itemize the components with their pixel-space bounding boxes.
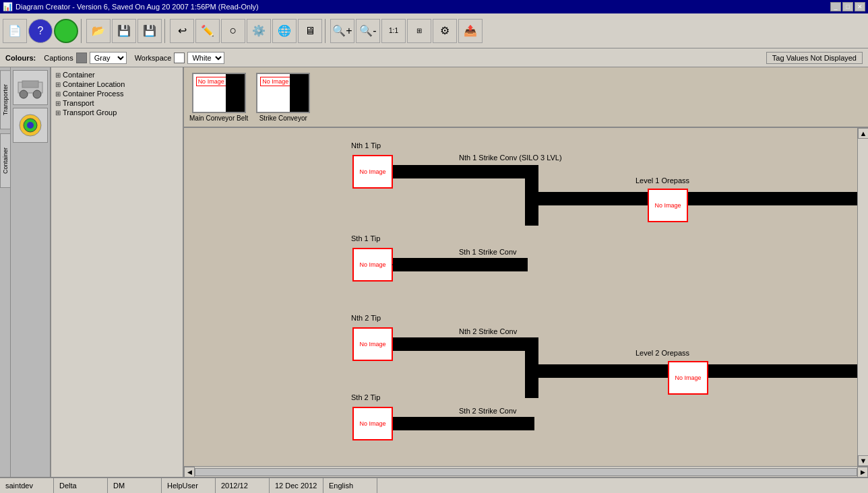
status-year: 2012/12 [216,478,270,493]
arrow-sth1 [392,258,408,271]
green-circle-button[interactable] [54,19,78,43]
hscroll-track [195,468,857,476]
bar-nth1-main [393,165,528,178]
legend-box-main-conveyor: No Image [192,73,246,113]
legend-item-main-conveyor[interactable]: No Image Main Conveyor Belt [189,73,248,122]
status-date: 12 Dec 2012 [270,478,323,493]
mini-item-transporter[interactable] [13,70,48,105]
main-area: Transporter Container [0,67,868,477]
transporter-tab[interactable]: Transporter [0,70,11,129]
scroll-right-button[interactable]: ▶ [857,467,868,478]
workspace-group: Workspace White Gray Black [135,52,225,64]
settings-button[interactable]: ⚙ [433,19,457,43]
tree-item-transport[interactable]: ⊞ Transport [54,98,180,108]
help-button[interactable]: ? [28,19,53,43]
legend-strip: No Image Main Conveyor Belt No Image Str… [184,67,868,128]
sep2 [164,19,167,43]
colours-label: Colours: [5,54,36,62]
bar-level1-horizontal [525,192,868,205]
status-language: English [323,478,377,493]
scroll-left-button[interactable]: ◀ [184,467,195,478]
zoom-fit-button[interactable]: ⊞ [407,19,431,43]
legend-box-strike-conveyor: No Image [256,73,310,113]
no-image-sth2: No Image [352,407,393,440]
zoom-100-button[interactable]: 1:1 [381,19,406,43]
tree-label-container-process: Container Process [63,90,124,98]
container-tab[interactable]: Container [0,133,11,188]
no-image-label-2: No Image [260,77,290,86]
left-panel: ⊞ Container ⊞ Container Location ⊞ Conta… [51,67,184,477]
tree-item-transport-group[interactable]: ⊞ Transport Group [54,108,180,117]
legend-label-main-conveyor: Main Conveyor Belt [189,114,248,122]
open-file-button[interactable]: 📂 [86,19,111,43]
gear-button[interactable]: ⚙️ [247,19,271,43]
canvas-scroll[interactable]: ▲ ▼ Nth 1 Tip No Image Nth 1 Strike Conv… [184,128,868,466]
label-sth2-tip: Sth 2 Tip [351,393,380,401]
expand-icon-location: ⊞ [55,81,61,88]
title-text: Diagram Creator - Version 6, Saved On Au… [16,3,259,11]
label-nth2-tip: Nth 2 Tip [351,314,381,322]
titlebar: 📊 Diagram Creator - Version 6, Saved On … [0,0,868,13]
tree-item-container-location[interactable]: ⊞ Container Location [54,79,180,89]
label-sth2-strike: Sth 2 Strike Conv [459,407,517,415]
zoom-out-button[interactable]: 🔍- [356,19,380,43]
expand-icon-transport: ⊞ [55,100,61,107]
scroll-down-button[interactable]: ▼ [858,455,868,466]
svg-point-6 [27,122,34,129]
tree-item-container-process[interactable]: ⊞ Container Process [54,89,180,98]
status-user: saintdev [0,478,54,493]
maximize-button[interactable]: □ [842,2,853,11]
label-sth1-tip: Sth 1 Tip [351,234,380,242]
scroll-up-button[interactable]: ▲ [858,128,868,139]
no-image-level2: No Image [668,361,708,395]
undo-button[interactable]: ↩ [170,19,194,43]
legend-black-block-2 [290,74,309,112]
bar-sth2 [393,417,534,430]
no-image-nth2: No Image [352,327,393,361]
expand-icon: ⊞ [55,71,61,79]
tree-item-container[interactable]: ⊞ Container [54,70,180,79]
svg-point-2 [33,90,41,98]
status-system: Delta [54,478,108,493]
save-as-button[interactable]: 💾 [112,19,136,43]
colorsbar: Colours: Captions Gray Black White Works… [0,48,868,67]
label-nth1-tip: Nth 1 Tip [351,141,381,150]
label-nth1-strike: Nth 1 Strike Conv (SILO 3 LVL) [459,154,562,162]
tree-label-transport-group: Transport Group [63,108,117,117]
captions-select[interactable]: Gray Black White [90,52,127,64]
expand-icon-transport-group: ⊞ [55,109,61,117]
workspace-select[interactable]: White Gray Black [187,52,224,64]
monitor-button[interactable]: 🖥 [298,19,322,43]
tree-panel: ⊞ Container ⊞ Container Location ⊞ Conta… [51,67,183,477]
export-button[interactable]: 📤 [458,19,483,43]
label-sth1-strike: Sth 1 Strike Conv [459,248,517,256]
new-button[interactable]: 📄 [3,19,27,43]
close-button[interactable]: ✕ [855,2,865,11]
minimize-button[interactable]: _ [830,2,841,11]
zoom-in-button[interactable]: 🔍+ [330,19,354,43]
label-level2-orepass: Level 2 Orepass [636,349,689,357]
captions-swatch [76,53,87,63]
tree-label-transport: Transport [63,99,94,107]
workspace-label: Workspace [135,54,172,62]
statusbar: saintdev Delta DM HelpUser 2012/12 12 De… [0,477,868,493]
tree-label-container-location: Container Location [63,80,125,88]
status-code: DM [108,478,162,493]
bar-sth1 [393,258,528,271]
legend-item-strike-conveyor[interactable]: No Image Strike Conveyor [256,73,310,122]
captions-label: Captions [44,54,73,62]
mini-item-container[interactable] [13,108,48,143]
diagram: Nth 1 Tip No Image Nth 1 Strike Conv (SI… [184,128,868,466]
expand-icon-process: ⊞ [55,90,61,98]
status-helpuser: HelpUser [162,478,216,493]
no-image-level1: No Image [648,189,688,222]
globe-button[interactable]: 🌐 [272,19,297,43]
legend-black-block-1 [226,74,245,112]
sep1 [81,19,84,43]
circle-button[interactable]: ○ [221,19,245,43]
edit-button[interactable]: ✏️ [195,19,220,43]
tag-values-button[interactable]: Tag Values Not Displayed [766,52,863,64]
app-icon: 📊 [3,2,13,11]
label-nth2-strike: Nth 2 Strike Conv [459,327,517,335]
save-button[interactable]: 💾 [137,19,162,43]
